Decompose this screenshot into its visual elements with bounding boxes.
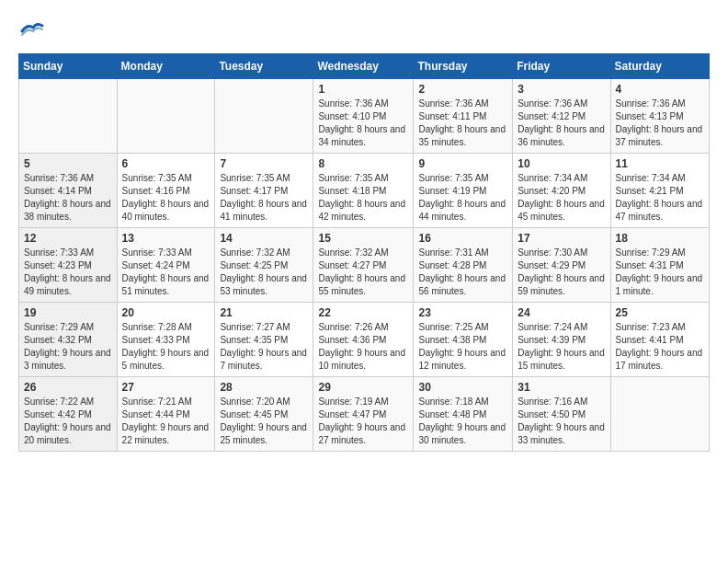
day-cell (117, 79, 215, 154)
day-info: Sunrise: 7:28 AM Sunset: 4:33 PM Dayligh… (122, 321, 210, 373)
day-number: 13 (122, 232, 210, 245)
day-cell: 25Sunrise: 7:23 AM Sunset: 4:41 PM Dayli… (610, 303, 709, 377)
day-cell: 30Sunrise: 7:18 AM Sunset: 4:48 PM Dayli… (414, 377, 513, 452)
day-cell: 28Sunrise: 7:20 AM Sunset: 4:45 PM Dayli… (215, 377, 313, 452)
day-cell: 23Sunrise: 7:25 AM Sunset: 4:38 PM Dayli… (414, 303, 513, 377)
day-cell: 26Sunrise: 7:22 AM Sunset: 4:42 PM Dayli… (19, 377, 118, 452)
day-number: 11 (616, 157, 704, 170)
logo (18, 18, 48, 44)
day-number: 27 (122, 381, 210, 394)
day-number: 8 (318, 157, 408, 170)
day-cell: 24Sunrise: 7:24 AM Sunset: 4:39 PM Dayli… (513, 303, 610, 377)
week-row-5: 26Sunrise: 7:22 AM Sunset: 4:42 PM Dayli… (19, 377, 710, 452)
week-row-1: 1Sunrise: 7:36 AM Sunset: 4:10 PM Daylig… (19, 79, 710, 154)
day-info: Sunrise: 7:27 AM Sunset: 4:35 PM Dayligh… (220, 321, 308, 373)
day-number: 29 (318, 381, 408, 394)
day-info: Sunrise: 7:18 AM Sunset: 4:48 PM Dayligh… (418, 396, 507, 447)
day-info: Sunrise: 7:19 AM Sunset: 4:47 PM Dayligh… (318, 396, 408, 447)
day-info: Sunrise: 7:35 AM Sunset: 4:17 PM Dayligh… (220, 172, 308, 224)
day-info: Sunrise: 7:34 AM Sunset: 4:20 PM Dayligh… (518, 172, 605, 224)
day-number: 6 (122, 157, 210, 170)
day-cell: 1Sunrise: 7:36 AM Sunset: 4:10 PM Daylig… (313, 79, 414, 154)
day-cell: 20Sunrise: 7:28 AM Sunset: 4:33 PM Dayli… (117, 303, 215, 377)
day-number: 3 (518, 83, 605, 96)
day-number: 22 (318, 306, 408, 319)
day-number: 16 (418, 232, 507, 245)
day-number: 4 (616, 83, 704, 96)
calendar-table: SundayMondayTuesdayWednesdayThursdayFrid… (18, 53, 710, 452)
day-info: Sunrise: 7:23 AM Sunset: 4:41 PM Dayligh… (616, 321, 704, 373)
day-cell: 13Sunrise: 7:33 AM Sunset: 4:24 PM Dayli… (117, 228, 215, 303)
day-number: 18 (616, 232, 704, 245)
day-info: Sunrise: 7:36 AM Sunset: 4:13 PM Dayligh… (616, 98, 704, 149)
day-number: 21 (220, 306, 308, 319)
day-cell: 17Sunrise: 7:30 AM Sunset: 4:29 PM Dayli… (513, 228, 610, 303)
day-info: Sunrise: 7:33 AM Sunset: 4:23 PM Dayligh… (24, 247, 112, 298)
day-cell (19, 79, 118, 154)
day-number: 28 (220, 381, 308, 394)
day-info: Sunrise: 7:34 AM Sunset: 4:21 PM Dayligh… (616, 172, 704, 224)
day-number: 14 (220, 232, 308, 245)
week-row-2: 5Sunrise: 7:36 AM Sunset: 4:14 PM Daylig… (19, 154, 710, 228)
day-header-friday: Friday (513, 54, 610, 79)
day-number: 2 (418, 83, 507, 96)
day-number: 24 (518, 306, 605, 319)
day-header-saturday: Saturday (610, 54, 709, 79)
day-info: Sunrise: 7:24 AM Sunset: 4:39 PM Dayligh… (518, 321, 605, 373)
day-header-wednesday: Wednesday (313, 54, 414, 79)
day-number: 31 (518, 381, 605, 394)
day-info: Sunrise: 7:31 AM Sunset: 4:28 PM Dayligh… (418, 247, 507, 298)
day-header-tuesday: Tuesday (215, 54, 313, 79)
day-info: Sunrise: 7:29 AM Sunset: 4:31 PM Dayligh… (616, 247, 704, 298)
day-cell: 29Sunrise: 7:19 AM Sunset: 4:47 PM Dayli… (313, 377, 414, 452)
day-info: Sunrise: 7:33 AM Sunset: 4:24 PM Dayligh… (122, 247, 210, 298)
day-number: 1 (318, 83, 408, 96)
day-cell: 12Sunrise: 7:33 AM Sunset: 4:23 PM Dayli… (19, 228, 118, 303)
day-info: Sunrise: 7:32 AM Sunset: 4:25 PM Dayligh… (220, 247, 308, 298)
day-cell (610, 377, 709, 452)
day-info: Sunrise: 7:21 AM Sunset: 4:44 PM Dayligh… (122, 396, 210, 447)
week-row-4: 19Sunrise: 7:29 AM Sunset: 4:32 PM Dayli… (19, 303, 710, 377)
day-cell (215, 79, 313, 154)
day-number: 12 (24, 232, 112, 245)
day-header-thursday: Thursday (414, 54, 513, 79)
day-number: 7 (220, 157, 308, 170)
day-cell: 6Sunrise: 7:35 AM Sunset: 4:16 PM Daylig… (117, 154, 215, 228)
day-info: Sunrise: 7:25 AM Sunset: 4:38 PM Dayligh… (418, 321, 507, 373)
day-number: 17 (518, 232, 605, 245)
day-info: Sunrise: 7:36 AM Sunset: 4:12 PM Dayligh… (518, 98, 605, 149)
day-header-sunday: Sunday (19, 54, 118, 79)
day-info: Sunrise: 7:22 AM Sunset: 4:42 PM Dayligh… (24, 396, 112, 447)
day-info: Sunrise: 7:26 AM Sunset: 4:36 PM Dayligh… (318, 321, 408, 373)
day-cell: 7Sunrise: 7:35 AM Sunset: 4:17 PM Daylig… (215, 154, 313, 228)
day-cell: 9Sunrise: 7:35 AM Sunset: 4:19 PM Daylig… (414, 154, 513, 228)
day-info: Sunrise: 7:16 AM Sunset: 4:50 PM Dayligh… (518, 396, 605, 447)
day-info: Sunrise: 7:35 AM Sunset: 4:16 PM Dayligh… (122, 172, 210, 224)
day-info: Sunrise: 7:35 AM Sunset: 4:18 PM Dayligh… (318, 172, 408, 224)
days-header-row: SundayMondayTuesdayWednesdayThursdayFrid… (19, 54, 710, 79)
day-info: Sunrise: 7:30 AM Sunset: 4:29 PM Dayligh… (518, 247, 605, 298)
day-cell: 5Sunrise: 7:36 AM Sunset: 4:14 PM Daylig… (19, 154, 118, 228)
day-number: 19 (24, 306, 112, 319)
page-header (18, 18, 710, 44)
day-cell: 3Sunrise: 7:36 AM Sunset: 4:12 PM Daylig… (513, 79, 610, 154)
day-number: 15 (318, 232, 408, 245)
day-cell: 11Sunrise: 7:34 AM Sunset: 4:21 PM Dayli… (610, 154, 709, 228)
day-number: 9 (418, 157, 507, 170)
day-info: Sunrise: 7:36 AM Sunset: 4:10 PM Dayligh… (318, 98, 408, 149)
day-cell: 18Sunrise: 7:29 AM Sunset: 4:31 PM Dayli… (610, 228, 709, 303)
day-cell: 19Sunrise: 7:29 AM Sunset: 4:32 PM Dayli… (19, 303, 118, 377)
day-number: 5 (24, 157, 112, 170)
day-info: Sunrise: 7:29 AM Sunset: 4:32 PM Dayligh… (24, 321, 112, 373)
day-info: Sunrise: 7:20 AM Sunset: 4:45 PM Dayligh… (220, 396, 308, 447)
day-info: Sunrise: 7:36 AM Sunset: 4:14 PM Dayligh… (24, 172, 112, 224)
day-cell: 2Sunrise: 7:36 AM Sunset: 4:11 PM Daylig… (414, 79, 513, 154)
day-number: 26 (24, 381, 112, 394)
day-cell: 27Sunrise: 7:21 AM Sunset: 4:44 PM Dayli… (117, 377, 215, 452)
day-cell: 4Sunrise: 7:36 AM Sunset: 4:13 PM Daylig… (610, 79, 709, 154)
day-cell: 8Sunrise: 7:35 AM Sunset: 4:18 PM Daylig… (313, 154, 414, 228)
day-info: Sunrise: 7:36 AM Sunset: 4:11 PM Dayligh… (418, 98, 507, 149)
day-number: 30 (418, 381, 507, 394)
day-cell: 15Sunrise: 7:32 AM Sunset: 4:27 PM Dayli… (313, 228, 414, 303)
day-info: Sunrise: 7:32 AM Sunset: 4:27 PM Dayligh… (318, 247, 408, 298)
